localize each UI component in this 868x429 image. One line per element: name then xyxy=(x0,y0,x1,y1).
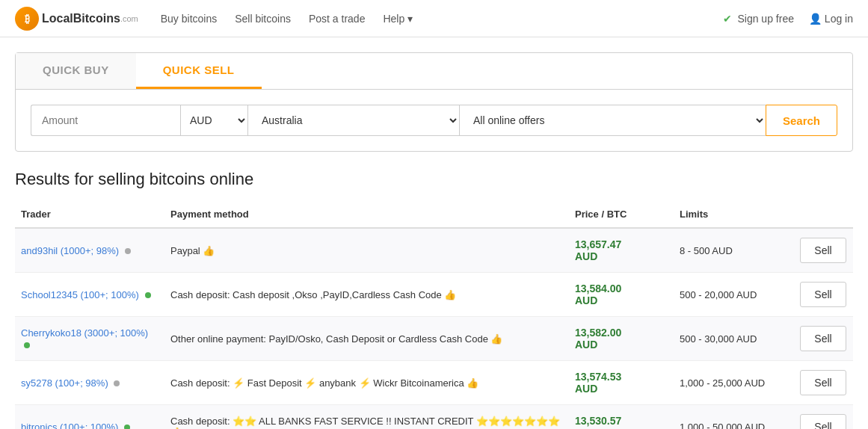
table-row: Cherrykoko18 (3000+; 100%) Other online … xyxy=(15,317,853,361)
price-value: 13,530.57AUD xyxy=(575,415,621,429)
sell-button[interactable]: Sell xyxy=(800,414,846,429)
trader-link[interactable]: Cherrykoko18 (3000+; 100%) xyxy=(21,327,148,339)
tab-header: QUICK BUY QUICK SELL xyxy=(16,53,852,90)
table-row: bitronics (100+; 100%) Cash deposit: ⭐⭐ … xyxy=(15,405,853,430)
price-value: 13,657.47AUD xyxy=(575,238,621,262)
tab-body: AUD USD EUR Australia United States Unit… xyxy=(16,90,852,151)
limits-cell: 1,000 - 50,000 AUD xyxy=(674,405,793,430)
search-button[interactable]: Search xyxy=(766,105,837,136)
tab-container: QUICK BUY QUICK SELL AUD USD EUR Austral… xyxy=(15,52,853,152)
trader-link[interactable]: bitronics (100+; 100%) xyxy=(21,422,118,430)
country-select[interactable]: Australia United States United Kingdom xyxy=(247,105,459,136)
checkmark-icon: ✔ xyxy=(723,13,732,25)
trader-link[interactable]: sy5278 (100+; 98%) xyxy=(21,377,108,389)
col-header-payment: Payment method xyxy=(164,201,569,228)
offer-type-select[interactable]: All online offers Paypal Cash deposit xyxy=(459,105,766,136)
price-value: 13,582.00AUD xyxy=(575,327,621,351)
col-header-action xyxy=(793,201,853,228)
action-cell: Sell xyxy=(793,361,853,405)
price-cell: 13,530.57AUD xyxy=(569,405,674,430)
trader-cell: sy5278 (100+; 98%) xyxy=(15,361,164,405)
action-cell: Sell xyxy=(793,273,853,317)
user-icon: 👤 xyxy=(809,13,825,25)
brand-name: LocalBitcoins xyxy=(42,12,120,25)
results-heading: Results for selling bitcoins online xyxy=(15,170,853,189)
table-header: Trader Payment method Price / BTC Limits xyxy=(15,201,853,228)
results-body: and93hil (1000+; 98%) Paypal 👍 13,657.47… xyxy=(15,228,853,429)
price-cell: 13,582.00AUD xyxy=(569,317,674,361)
tab-quick-sell[interactable]: QUICK SELL xyxy=(136,53,262,89)
trader-link[interactable]: School12345 (100+; 100%) xyxy=(21,289,139,300)
amount-input[interactable] xyxy=(31,105,180,136)
nav-links: Buy bitcoins Sell bitcoins Post a trade … xyxy=(161,13,413,25)
help-chevron-icon: ▾ xyxy=(407,13,413,25)
online-indicator xyxy=(114,380,120,386)
table-row: sy5278 (100+; 98%) Cash deposit: ⚡ Fast … xyxy=(15,361,853,405)
payment-cell: Cash deposit: Cash deposit ,Okso ,PayID,… xyxy=(164,273,569,317)
trader-cell: and93hil (1000+; 98%) xyxy=(15,228,164,273)
sell-button[interactable]: Sell xyxy=(800,326,846,351)
search-row: AUD USD EUR Australia United States Unit… xyxy=(31,105,837,136)
limits-cell: 500 - 30,000 AUD xyxy=(674,317,793,361)
sell-button[interactable]: Sell xyxy=(800,282,846,307)
trader-cell: Cherrykoko18 (3000+; 100%) xyxy=(15,317,164,361)
nav-post[interactable]: Post a trade xyxy=(309,13,366,25)
col-header-price: Price / BTC xyxy=(569,201,674,228)
nav-sell[interactable]: Sell bitcoins xyxy=(235,13,291,25)
navbar: ₿ LocalBitcoins .com Buy bitcoins Sell b… xyxy=(0,0,868,37)
online-indicator xyxy=(145,292,151,298)
main-content: QUICK BUY QUICK SELL AUD USD EUR Austral… xyxy=(0,37,868,429)
limits-cell: 8 - 500 AUD xyxy=(674,228,793,273)
price-value: 13,584.00AUD xyxy=(575,283,621,306)
table-row: and93hil (1000+; 98%) Paypal 👍 13,657.47… xyxy=(15,228,853,273)
online-indicator xyxy=(124,425,130,429)
limits-cell: 500 - 20,000 AUD xyxy=(674,273,793,317)
payment-cell: Other online payment: PayID/Osko, Cash D… xyxy=(164,317,569,361)
nav-signup[interactable]: ✔ Sign up free xyxy=(723,13,794,25)
sell-button[interactable]: Sell xyxy=(800,370,846,395)
action-cell: Sell xyxy=(793,228,853,273)
currency-select[interactable]: AUD USD EUR xyxy=(180,105,247,136)
trader-cell: bitronics (100+; 100%) xyxy=(15,405,164,430)
limits-cell: 1,000 - 25,000 AUD xyxy=(674,361,793,405)
payment-cell: Cash deposit: ⭐⭐ ALL BANKS FAST SERVICE … xyxy=(164,405,569,430)
col-header-limits: Limits xyxy=(674,201,793,228)
action-cell: Sell xyxy=(793,317,853,361)
payment-cell: Cash deposit: ⚡ Fast Deposit ⚡ anybank ⚡… xyxy=(164,361,569,405)
price-cell: 13,584.00AUD xyxy=(569,273,674,317)
action-cell: Sell xyxy=(793,405,853,430)
price-value: 13,574.53AUD xyxy=(575,371,621,395)
online-indicator xyxy=(24,342,30,348)
results-table: Trader Payment method Price / BTC Limits… xyxy=(15,201,853,429)
nav-buy[interactable]: Buy bitcoins xyxy=(161,13,217,25)
tab-quick-buy[interactable]: QUICK BUY xyxy=(16,53,136,89)
trader-cell: School12345 (100+; 100%) xyxy=(15,273,164,317)
sell-button[interactable]: Sell xyxy=(800,238,846,263)
online-indicator xyxy=(125,248,131,254)
brand-com: .com xyxy=(120,14,138,23)
trader-link[interactable]: and93hil (1000+; 98%) xyxy=(21,245,119,256)
price-cell: 13,574.53AUD xyxy=(569,361,674,405)
brand-icon: ₿ xyxy=(15,7,39,31)
nav-login[interactable]: 👤 Log in xyxy=(809,13,853,25)
price-cell: 13,657.47AUD xyxy=(569,228,674,273)
help-label: Help xyxy=(383,13,404,25)
col-header-trader: Trader xyxy=(15,201,164,228)
nav-help[interactable]: Help ▾ xyxy=(383,13,413,25)
nav-right: ✔ Sign up free 👤 Log in xyxy=(723,13,853,25)
payment-cell: Paypal 👍 xyxy=(164,228,569,273)
brand[interactable]: ₿ LocalBitcoins .com xyxy=(15,7,138,31)
table-row: School12345 (100+; 100%) Cash deposit: C… xyxy=(15,273,853,317)
